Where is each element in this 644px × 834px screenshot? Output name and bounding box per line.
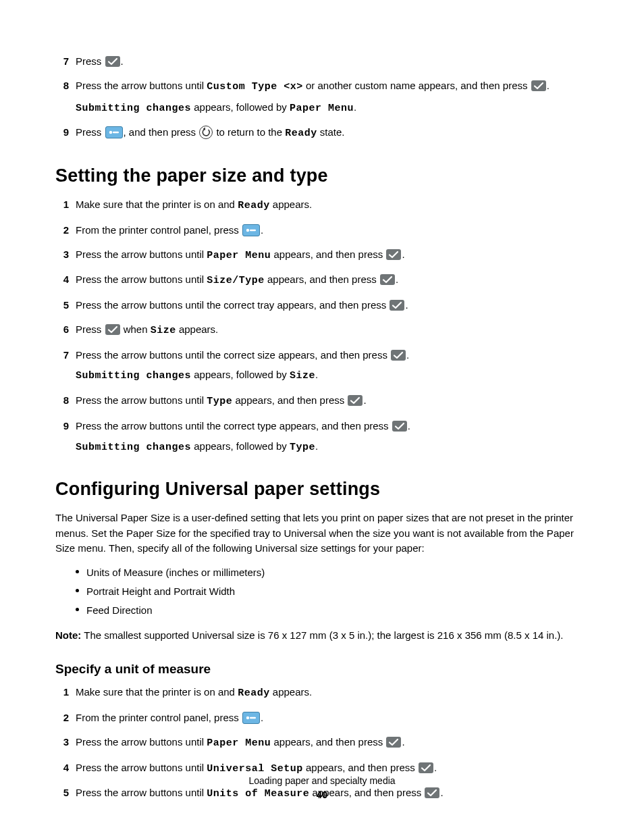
step-number: 7: [55, 348, 69, 363]
check-button-icon: [380, 274, 395, 285]
step-text: , and then press: [124, 126, 199, 138]
step-text: .: [363, 394, 366, 406]
display-term: Submitting changes: [76, 370, 191, 382]
step-item: 9Press , and then press to return to the…: [55, 125, 589, 141]
step-text: From the printer control panel, press: [76, 224, 242, 236]
step-item: 9Press the arrow buttons until the corre…: [55, 419, 589, 455]
heading-setting-paper-size: Setting the paper size and type: [55, 165, 589, 186]
universal-intro: The Universal Paper Size is a user-defin…: [55, 511, 589, 556]
step-text: Press the arrow buttons until the correc…: [76, 420, 392, 432]
step-text: appears, followed by: [191, 440, 290, 452]
step-number: 3: [55, 735, 69, 750]
step-text: appears, followed by: [191, 369, 290, 380]
check-button-icon: [392, 421, 407, 432]
step-item: 7Press the arrow buttons until the corre…: [55, 348, 589, 384]
display-term: Type: [207, 396, 232, 407]
heading-specify-unit: Specify a unit of measure: [55, 662, 589, 677]
step-number: 6: [55, 322, 69, 337]
step-text: Press the arrow buttons until: [76, 249, 207, 260]
step-item: 5Press the arrow buttons until the corre…: [55, 298, 589, 313]
step-text: .: [354, 101, 356, 113]
step-number: 1: [55, 685, 69, 700]
step-text: .: [402, 249, 404, 260]
step-text: Press: [76, 126, 105, 138]
step-text: .: [315, 440, 318, 452]
step-number: 9: [55, 125, 69, 140]
step-number: 3: [55, 247, 69, 262]
step-text: appears.: [176, 323, 219, 335]
step-number: 1: [55, 197, 69, 212]
step-item: 4Press the arrow buttons until Size/Type…: [55, 272, 589, 288]
step-text: or another custom name appears, and then…: [303, 80, 531, 91]
step-item: 3Press the arrow buttons until Paper Men…: [55, 735, 589, 751]
step-item: 1Make sure that the printer is on and Re…: [55, 197, 589, 213]
step-text: appears, and then press: [271, 249, 385, 260]
display-term: Type: [290, 442, 315, 453]
step-text: Press the arrow buttons until: [76, 736, 207, 748]
step-text: Make sure that the printer is on and: [76, 686, 238, 698]
step-item: 2From the printer control panel, press .: [55, 223, 589, 238]
step-number: 2: [55, 223, 69, 238]
check-button-icon: [105, 324, 120, 335]
svg-point-0: [109, 131, 111, 134]
step-number: 4: [55, 760, 69, 775]
bullet-item: Feed Direction: [76, 602, 589, 619]
step-text: appears, followed by: [191, 101, 290, 113]
step-text: .: [261, 712, 263, 723]
display-term: Size: [151, 325, 176, 336]
display-term: Submitting changes: [76, 103, 191, 114]
step-text: .: [315, 369, 318, 380]
step-number: 7: [55, 54, 69, 69]
step-text: From the printer control panel, press: [76, 712, 242, 723]
step-text: appears.: [270, 686, 313, 698]
step-item: 8Press the arrow buttons until Custom Ty…: [55, 78, 589, 116]
note-body: The smallest supported Universal size is…: [81, 629, 563, 641]
step-text: Press the arrow buttons until the correc…: [76, 349, 390, 361]
step-item: 2From the printer control panel, press .: [55, 710, 589, 725]
page-footer: Loading paper and specialty media 40: [0, 775, 644, 800]
check-button-icon: [105, 56, 120, 67]
footer-page-number: 40: [0, 789, 644, 800]
step-text: Press the arrow buttons until: [76, 762, 207, 773]
display-term: Size: [290, 370, 315, 382]
step-text: Make sure that the printer is on and: [76, 199, 238, 210]
step-sub-text: Submitting changes appears, followed by …: [76, 100, 589, 116]
footer-title: Loading paper and specialty media: [0, 775, 644, 786]
display-term: Paper Menu: [290, 103, 354, 114]
step-item: 3Press the arrow buttons until Paper Men…: [55, 247, 589, 263]
step-text: .: [547, 80, 549, 91]
step-number: 8: [55, 78, 69, 93]
size-type-steps: 1Make sure that the printer is on and Re…: [55, 197, 589, 454]
step-text: appears, and then press: [265, 273, 379, 285]
svg-rect-3: [250, 230, 256, 231]
display-term: Ready: [285, 128, 317, 139]
svg-point-4: [246, 716, 249, 719]
display-term: Paper Menu: [207, 250, 271, 261]
menu-button-icon: [105, 126, 123, 138]
step-text: Press: [76, 55, 105, 67]
svg-rect-1: [113, 132, 119, 133]
step-text: state.: [317, 126, 345, 138]
menu-button-icon: [242, 224, 260, 236]
back-button-icon: [199, 126, 213, 139]
step-sub-text: Submitting changes appears, followed by …: [76, 439, 589, 455]
step-text: to return to the: [213, 126, 285, 138]
svg-rect-5: [250, 717, 256, 719]
display-term: Universal Setup: [207, 763, 303, 775]
check-button-icon: [390, 300, 404, 311]
step-text: .: [402, 736, 404, 748]
step-number: 8: [55, 393, 69, 408]
heading-universal-settings: Configuring Universal paper settings: [55, 479, 589, 500]
continuation-steps: 7Press .8Press the arrow buttons until C…: [55, 54, 589, 141]
step-text: .: [408, 420, 410, 432]
check-button-icon: [531, 80, 546, 91]
step-number: 4: [55, 272, 69, 287]
step-item: 8Press the arrow buttons until Type appe…: [55, 393, 589, 409]
step-text: Press the arrow buttons until: [76, 394, 207, 406]
step-text: .: [405, 299, 408, 311]
display-term: Paper Menu: [207, 737, 271, 749]
step-text: appears, and then press: [271, 736, 385, 748]
step-item: 1Make sure that the printer is on and Re…: [55, 685, 589, 701]
step-sub-text: Submitting changes appears, followed by …: [76, 367, 589, 384]
step-text: Press the arrow buttons until the correc…: [76, 299, 389, 311]
